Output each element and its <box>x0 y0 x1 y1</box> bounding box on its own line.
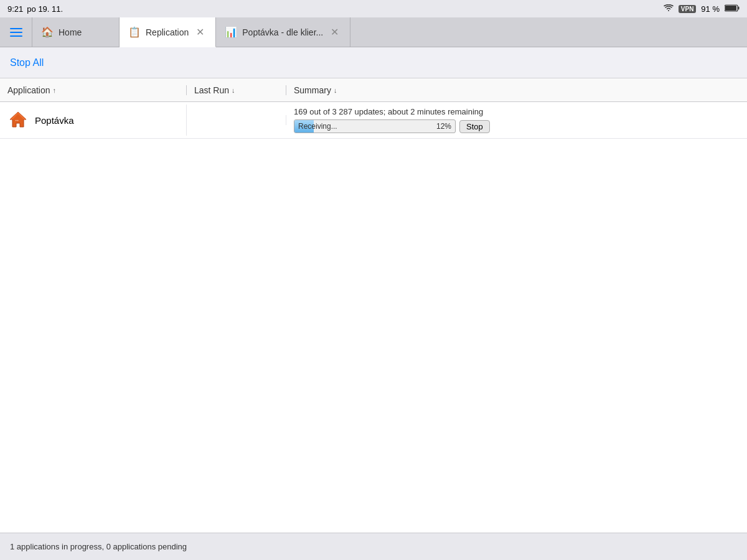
app-icon: ↔ <box>7 110 29 131</box>
row-stop-button[interactable]: Stop <box>459 120 490 133</box>
replication-tab-icon: 📋 <box>128 26 141 38</box>
col-summary-sort: ↓ <box>334 86 337 94</box>
col-lastrun-label: Last Run <box>194 85 229 95</box>
svg-rect-1 <box>738 6 740 9</box>
svg-text:↔: ↔ <box>14 118 19 123</box>
wifi-icon <box>664 4 674 14</box>
stop-all-button[interactable]: Stop All <box>10 57 44 68</box>
cell-lastrun <box>187 115 286 125</box>
col-header-application[interactable]: Application ↑ <box>0 85 187 95</box>
progress-bar-pct: 12% <box>436 122 455 131</box>
progress-bar-label: Receiving... <box>294 122 341 131</box>
status-bar: 9:21 po 19. 11. VPN 91 % <box>0 0 747 17</box>
cell-summary: 169 out of 3 287 updates; about 2 minute… <box>286 102 747 138</box>
summary-text: 169 out of 3 287 updates; about 2 minute… <box>294 107 740 116</box>
svg-rect-2 <box>725 6 736 11</box>
battery-icon <box>725 4 740 14</box>
tab-poptavka-close[interactable]: ✕ <box>328 26 341 39</box>
col-lastrun-sort: ↓ <box>232 86 235 94</box>
bottom-status-bar: 1 applications in progress, 0 applicatio… <box>0 533 747 560</box>
tab-replication-close[interactable]: ✕ <box>194 26 207 39</box>
tab-poptavka-label: Poptávka - dle klier... <box>242 27 323 37</box>
col-header-summary[interactable]: Summary ↓ <box>286 85 747 95</box>
vpn-badge: VPN <box>679 5 697 13</box>
time-display: 9:21 <box>7 4 23 14</box>
col-application-sort: ↑ <box>53 86 57 94</box>
date-display: po 19. 11. <box>27 4 63 14</box>
progress-bar: Receiving... 12% <box>294 119 456 133</box>
tab-replication-label: Replication <box>146 27 189 37</box>
tab-bar: 🏠 Home 📋 Replication ✕ 📊 Poptávka - dle … <box>0 17 747 47</box>
col-application-label: Application <box>7 85 50 95</box>
tab-poptavka[interactable]: 📊 Poptávka - dle klier... ✕ <box>216 17 350 47</box>
col-summary-label: Summary <box>294 85 331 95</box>
table-headers: Application ↑ Last Run ↓ Summary ↓ <box>0 78 747 102</box>
tab-replication[interactable]: 📋 Replication ✕ <box>120 17 216 47</box>
bottom-status-text: 1 applications in progress, 0 applicatio… <box>10 542 187 551</box>
replication-table: Application ↑ Last Run ↓ Summary ↓ ↔ <box>0 78 747 533</box>
toolbar: Stop All <box>0 47 747 78</box>
home-tab-icon: 🏠 <box>41 26 54 38</box>
col-header-lastrun[interactable]: Last Run ↓ <box>187 85 286 95</box>
poptavka-tab-icon: 📊 <box>225 26 237 38</box>
app-name: Poptávka <box>35 115 74 126</box>
cell-application: ↔ Poptávka <box>0 105 187 136</box>
battery-display: 91 % <box>701 4 720 14</box>
hamburger-button[interactable] <box>0 17 32 47</box>
table-row: ↔ Poptávka 169 out of 3 287 updates; abo… <box>0 102 747 139</box>
tab-home[interactable]: 🏠 Home <box>32 17 120 47</box>
tab-home-label: Home <box>59 27 110 37</box>
progress-row: Receiving... 12% Stop <box>294 119 740 133</box>
